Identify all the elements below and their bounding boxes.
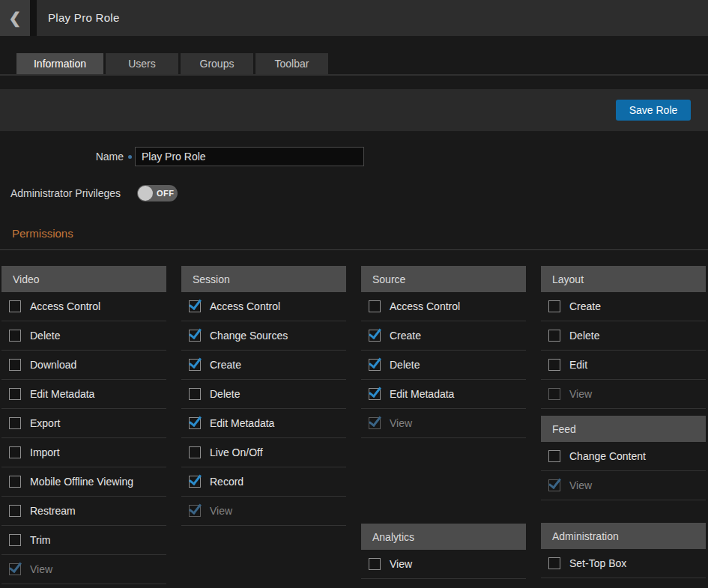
- section-header-video: Video: [1, 266, 166, 292]
- permission-label: Edit Metadata: [210, 417, 274, 429]
- section-header-analytics: Analytics: [361, 524, 526, 550]
- checked-checkbox-record[interactable]: [189, 476, 201, 488]
- page-title: Play Pro Role: [48, 0, 120, 36]
- permission-row-source-create: Create: [361, 321, 526, 351]
- checked-checkbox-delete[interactable]: [369, 359, 381, 371]
- permission-label: View: [569, 388, 592, 400]
- permission-row-video-download: Download: [1, 351, 166, 380]
- permission-row-session-access-control: Access Control: [181, 292, 346, 321]
- permission-row-session-view: View: [181, 497, 346, 526]
- permission-label: Mobile Offline Viewing: [30, 476, 133, 488]
- permission-row-video-edit-metadata: Edit Metadata: [1, 380, 166, 409]
- permission-label: Create: [210, 359, 241, 371]
- permission-label: Restream: [30, 505, 76, 517]
- unchecked-checkbox-access-control[interactable]: [369, 300, 381, 312]
- chevron-left-icon: ❮: [9, 9, 22, 27]
- permission-label: Delete: [30, 330, 60, 342]
- role-editor-window: ❮ Play Pro Role InformationUsersGroupsTo…: [0, 0, 708, 588]
- permission-row-video-delete: Delete: [1, 321, 166, 351]
- unchecked-checkbox-edit-metadata[interactable]: [9, 388, 21, 400]
- required-dot-icon: [128, 155, 132, 159]
- name-label: Name: [0, 151, 132, 163]
- toggle-state-label: OFF: [157, 185, 175, 201]
- permission-label: Edit: [569, 359, 587, 371]
- permission-row-analytics-view: View: [361, 550, 526, 579]
- permission-row-administration-set-top-box: Set-Top Box: [541, 549, 706, 578]
- tab-users[interactable]: Users: [106, 53, 178, 74]
- permission-label: Access Control: [30, 300, 100, 312]
- checked-checkbox-create[interactable]: [189, 359, 201, 371]
- tab-groups[interactable]: Groups: [181, 53, 253, 74]
- permission-row-video-view: View: [1, 555, 166, 584]
- name-field-row: Name: [0, 147, 364, 166]
- back-button[interactable]: ❮: [0, 0, 30, 36]
- unchecked-checkbox-export[interactable]: [9, 417, 21, 429]
- checked-checkbox-view: [548, 479, 560, 491]
- checked-checkbox-create[interactable]: [369, 330, 381, 342]
- permission-row-video-mobile-offline-viewing: Mobile Offline Viewing: [1, 467, 166, 497]
- unchecked-checkbox-mobile-offline-viewing[interactable]: [9, 476, 21, 488]
- unchecked-checkbox-view[interactable]: [369, 558, 381, 570]
- permission-label: View: [210, 505, 232, 517]
- unchecked-checkbox-restream[interactable]: [9, 505, 21, 517]
- permission-label: Record: [210, 476, 243, 488]
- permission-row-session-edit-metadata: Edit Metadata: [181, 409, 346, 438]
- unchecked-checkbox-trim[interactable]: [9, 534, 21, 546]
- permission-label: Create: [569, 300, 601, 312]
- admin-privileges-label: Administrator Privileges: [0, 187, 121, 199]
- permissions-column-4: LayoutCreateDeleteEditViewFeedChange Con…: [541, 266, 706, 578]
- permission-label: View: [569, 479, 592, 491]
- tab-underline: [0, 74, 708, 76]
- permission-label: Delete: [390, 359, 420, 371]
- unchecked-checkbox-delete[interactable]: [189, 388, 201, 400]
- save-role-button[interactable]: Save Role: [616, 100, 691, 121]
- permission-label: Export: [30, 417, 60, 429]
- permission-row-session-change-sources: Change Sources: [181, 321, 346, 351]
- checked-checkbox-edit-metadata[interactable]: [189, 417, 201, 429]
- permission-row-video-access-control: Access Control: [1, 292, 166, 321]
- permission-row-source-access-control: Access Control: [361, 292, 526, 321]
- action-toolbar: Save Role: [0, 89, 708, 131]
- unchecked-checkbox-create[interactable]: [548, 300, 560, 312]
- permission-label: Delete: [569, 330, 599, 342]
- unchecked-checkbox-access-control[interactable]: [9, 300, 21, 312]
- permission-row-source-edit-metadata: Edit Metadata: [361, 380, 526, 409]
- permissions-grid: VideoAccess ControlDeleteDownloadEdit Me…: [1, 266, 706, 584]
- permission-row-video-export: Export: [1, 409, 166, 438]
- permission-row-session-create: Create: [181, 351, 346, 380]
- permissions-heading: Permissions: [12, 227, 73, 240]
- tab-toolbar[interactable]: Toolbar: [255, 53, 328, 74]
- unchecked-checkbox-live-on-off[interactable]: [189, 446, 201, 458]
- section-header-session: Session: [181, 266, 346, 292]
- permission-label: Create: [390, 330, 421, 342]
- unchecked-checkbox-edit[interactable]: [548, 359, 560, 371]
- unchecked-checkbox-change-content[interactable]: [548, 450, 560, 462]
- permission-row-layout-view: View: [541, 380, 706, 409]
- permission-row-source-view: View: [361, 409, 526, 438]
- title-bar-divider: [30, 0, 37, 36]
- title-bar: ❮ Play Pro Role: [0, 0, 708, 36]
- unchecked-checkbox-download[interactable]: [9, 359, 21, 371]
- admin-privileges-toggle[interactable]: OFF: [137, 185, 178, 201]
- tab-information[interactable]: Information: [16, 53, 103, 74]
- permission-label: View: [390, 558, 412, 570]
- section-header-layout: Layout: [541, 266, 706, 292]
- checked-checkbox-change-sources[interactable]: [189, 330, 201, 342]
- unchecked-checkbox-delete[interactable]: [9, 330, 21, 342]
- checked-checkbox-access-control[interactable]: [189, 300, 201, 312]
- section-header-source: Source: [361, 266, 526, 292]
- permission-row-session-delete: Delete: [181, 380, 346, 409]
- permission-label: Access Control: [210, 300, 280, 312]
- permission-label: Import: [30, 446, 60, 458]
- permission-row-video-import: Import: [1, 438, 166, 467]
- section-header-administration: Administration: [541, 523, 706, 549]
- permission-label: View: [390, 417, 412, 429]
- unchecked-checkbox-set-top-box[interactable]: [548, 557, 560, 569]
- permission-row-video-restream: Restream: [1, 497, 166, 526]
- unchecked-checkbox-import[interactable]: [9, 446, 21, 458]
- permission-label: Edit Metadata: [390, 388, 454, 400]
- permission-label: Trim: [30, 534, 50, 546]
- unchecked-checkbox-delete[interactable]: [548, 330, 560, 342]
- name-input[interactable]: [135, 147, 364, 166]
- checked-checkbox-edit-metadata[interactable]: [369, 388, 381, 400]
